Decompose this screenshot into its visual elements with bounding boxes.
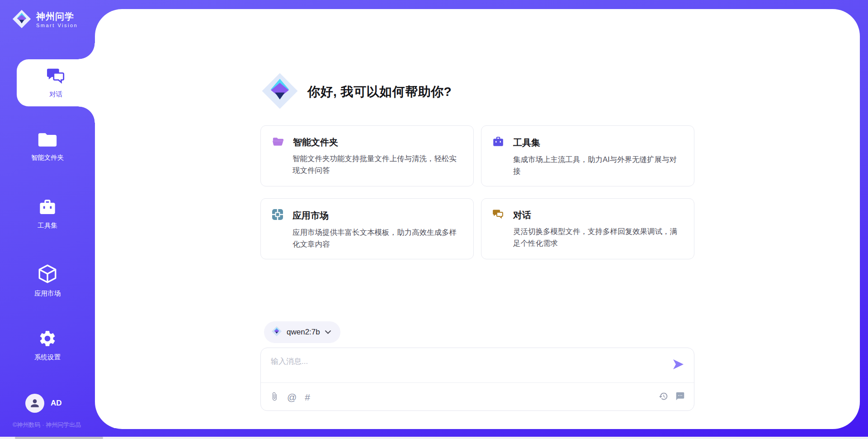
sidebar-item-label: 对话 <box>49 90 62 99</box>
grid-cube-icon <box>272 209 283 222</box>
folder-open-icon <box>272 136 284 148</box>
folder-icon <box>38 131 57 150</box>
user-initials: AD <box>51 399 62 408</box>
brand-subtitle: Smart Vision <box>36 23 78 28</box>
gear-icon <box>38 329 57 350</box>
diamond-logo-icon <box>271 326 282 339</box>
chat-bubbles-icon <box>492 209 504 221</box>
sidebar-item-label: 系统设置 <box>34 353 61 362</box>
sidebar-item-label: 应用市场 <box>34 289 61 298</box>
card-description: 应用市场提供丰富长文本模板，助力高效生成多样化文章内容 <box>292 227 462 250</box>
sidebar-item-toolset[interactable]: 工具集 <box>0 198 95 230</box>
attachment-icon <box>270 391 279 403</box>
card-title: 智能文件夹 <box>293 136 338 148</box>
card-description: 灵活切换多模型文件，支持多样回复效果调试，满足个性化需求 <box>513 226 683 249</box>
at-icon: @ <box>287 392 297 402</box>
brand: 神州问学 Smart Vision <box>12 9 78 31</box>
card-description: 智能文件夹功能支持批量文件上传与清洗，轻松实现文件问答 <box>292 153 462 176</box>
diamond-logo-icon <box>260 72 299 112</box>
sidebar-item-chat[interactable]: 对话 <box>17 59 95 106</box>
history-icon <box>659 391 668 402</box>
active-tab-fillet-bottom <box>79 106 95 123</box>
model-name: qwen2:7b <box>287 328 320 337</box>
hash-icon: # <box>305 392 310 402</box>
history-button[interactable] <box>659 391 668 402</box>
sidebar-item-settings[interactable]: 系统设置 <box>0 329 95 362</box>
attachment-button[interactable] <box>270 391 279 403</box>
card-toolset[interactable]: 工具集 集成市场上主流工具，助力AI与外界无缝扩展与对接 <box>481 125 694 186</box>
active-tab-fillet-top <box>79 43 95 59</box>
composer: qwen2:7b <box>260 321 694 411</box>
model-selector[interactable]: qwen2:7b <box>264 321 340 343</box>
message-input[interactable] <box>270 355 665 381</box>
send-icon <box>672 365 684 372</box>
briefcase-icon <box>492 136 504 149</box>
send-button[interactable] <box>671 358 685 372</box>
sidebar-item-app-market[interactable]: 应用市场 <box>0 263 95 298</box>
chevron-down-icon <box>325 328 331 336</box>
card-app-market[interactable]: 应用市场 应用市场提供丰富长文本模板，助力高效生成多样化文章内容 <box>260 198 474 259</box>
scrollbar-thumb[interactable] <box>15 437 103 439</box>
greeting-title: 你好, 我可以如何帮助你? <box>307 83 452 100</box>
horizontal-scrollbar <box>0 437 868 439</box>
sidebar-item-smart-folder[interactable]: 智能文件夹 <box>0 131 95 162</box>
card-title: 应用市场 <box>292 210 329 222</box>
input-toolbar: @ # <box>270 383 685 410</box>
message-icon <box>675 391 685 402</box>
input-divider <box>261 382 694 383</box>
message-input-box: @ # <box>260 348 694 411</box>
user-profile[interactable]: AD <box>25 394 62 413</box>
card-description: 集成市场上主流工具，助力AI与外界无缝扩展与对接 <box>513 154 683 177</box>
conversation-button[interactable] <box>675 391 685 402</box>
brand-name: 神州问学 <box>36 11 78 21</box>
feature-cards: 智能文件夹 智能文件夹功能支持批量文件上传与清洗，轻松实现文件问答 工具集 集 <box>260 125 694 259</box>
copyright-text: ©神州数码 · 神州问学出品 <box>13 421 81 429</box>
main-panel: 你好, 我可以如何帮助你? 智能文件夹 智能文件夹功能支持批量文件上传与清洗，轻… <box>95 9 860 429</box>
briefcase-icon <box>38 198 57 218</box>
cube-icon <box>38 263 57 286</box>
sidebar-item-label: 智能文件夹 <box>31 153 64 162</box>
sidebar: 神州问学 Smart Vision 对话 智能文件夹 <box>0 0 95 439</box>
greeting: 你好, 我可以如何帮助你? <box>260 72 452 112</box>
hashtag-button[interactable]: # <box>305 392 310 402</box>
diamond-logo-icon <box>12 9 32 31</box>
sidebar-item-label: 工具集 <box>38 221 57 230</box>
card-title: 工具集 <box>513 137 540 149</box>
avatar <box>25 394 44 413</box>
chat-bubbles-icon <box>46 67 66 87</box>
card-title: 对话 <box>513 209 531 221</box>
card-chat[interactable]: 对话 灵活切换多模型文件，支持多样回复效果调试，满足个性化需求 <box>481 198 694 259</box>
card-smart-folder[interactable]: 智能文件夹 智能文件夹功能支持批量文件上传与清洗，轻松实现文件问答 <box>260 125 474 186</box>
mention-button[interactable]: @ <box>287 392 297 402</box>
